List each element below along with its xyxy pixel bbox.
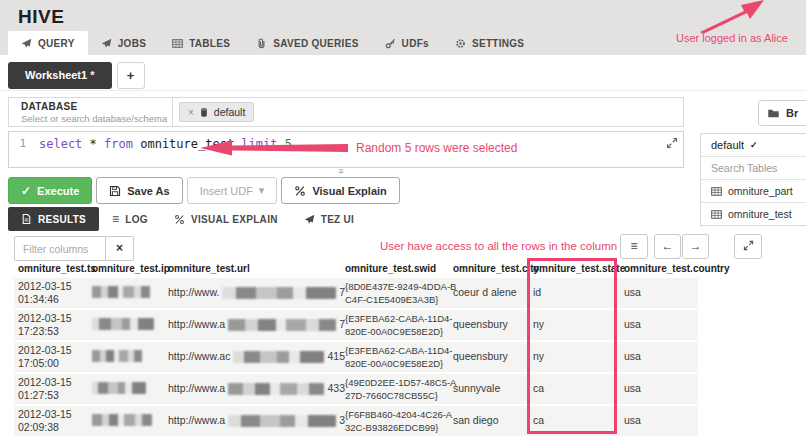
action-bar: ✓ Execute Save As Insert UDF ▾ Visual Ex… [8,177,400,204]
tab-label: TABLES [189,38,230,49]
sidebar-database-name: default [711,139,744,151]
percent-icon [294,185,306,197]
column-header-state[interactable]: omniture_test.state [533,263,625,274]
cell-state: ca [533,414,607,427]
cell-swid: {E3FEBA62-CABA-11D4-820E-00A0C9E58E2D} [345,312,457,338]
cell-country: usa [624,382,694,395]
table-row[interactable]: 2012-03-15 01:34:46 http://www.7 {8D0E43… [14,278,698,308]
tab-label: QUERY [38,38,75,49]
table-grid-icon [711,186,722,197]
cell-city: coeur d alene [453,286,527,299]
cell-ts: 2012-03-15 01:27:53 [18,376,82,402]
menu-icon: ≡ [630,239,637,253]
sidebar-item-omniture-test[interactable]: omniture_test [701,202,806,225]
table-row[interactable]: 2012-03-15 01:27:53 http://www.a433 {49E… [14,374,698,404]
clear-filter-button[interactable]: × [106,236,134,261]
results-table: 2012-03-15 01:34:46 http://www.7 {8D0E43… [14,278,698,438]
tab-query[interactable]: QUERY [8,31,88,55]
sidebar-table-name: omniture_test [728,208,792,220]
browse-button[interactable]: Br [758,100,806,126]
fullscreen-results-button[interactable] [734,234,762,259]
column-header-country[interactable]: omniture_test.country [624,263,730,274]
sidebar-database-header[interactable]: default ✓ [701,134,806,156]
table-row[interactable]: 2012-03-15 02:09:38 http://www.a3 {F6F8B… [14,406,698,436]
tab-saved-queries[interactable]: SAVED QUERIES [243,31,371,55]
tab-settings[interactable]: SETTINGS [442,31,537,55]
cell-state: ny [533,318,607,331]
url-suffix: 433 [327,382,345,395]
expand-icon[interactable] [666,137,678,149]
database-select[interactable]: × default [172,98,683,126]
query-text[interactable]: select * from omniture_test limit 5 [39,137,292,151]
sidebar-item-omniture-part[interactable]: omniture_part [701,179,806,202]
tab-udfs[interactable]: UDFs [372,31,442,55]
cell-swid: {E3FEBA62-CABA-11D4-820E-00A0C9E58E2D} [345,344,457,370]
execute-button[interactable]: ✓ Execute [8,177,92,204]
database-hint: Select or search database/schema [21,113,172,124]
database-label-block: DATABASE Select or search database/schem… [9,98,172,126]
sidebar-search-tables[interactable]: Search Tables [701,156,806,179]
database-icon [199,107,209,118]
cell-url: http://www.a433 [168,382,345,395]
results-menu-button[interactable]: ≡ [620,234,648,259]
percent-icon [174,214,185,225]
arrow-right-icon: → [690,239,702,253]
page-title: HIVE [18,6,64,28]
cell-url: http://www.a3 [168,414,345,427]
redacted-url-part [228,383,324,395]
cell-state: ny [533,350,607,363]
resize-grip-icon[interactable]: ≡ [332,168,350,176]
sql-keyword: limit [241,137,277,151]
insert-udf-label: Insert UDF [200,185,253,197]
worksheet-tab[interactable]: Worksheet1 * [8,62,112,89]
table-row[interactable]: 2012-03-15 17:05:00 http://www.ac415 {E3… [14,342,698,372]
remove-tag-icon[interactable]: × [188,107,194,118]
url-prefix: http://www.ac [168,350,230,363]
annotation-column-access: User have access to all the rows in the … [380,240,617,252]
cell-state: ca [533,382,607,395]
column-header-ts[interactable]: omniture_test.ts [18,263,96,274]
caret-down-icon: ▾ [259,184,265,197]
query-editor[interactable]: 1 select * from omniture_test limit 5 [8,131,684,168]
folder-icon [767,107,780,119]
cell-url: http://www.a7 [168,318,345,331]
insert-udf-button[interactable]: Insert UDF ▾ [187,177,278,204]
next-page-button[interactable]: → [682,234,709,259]
divider [0,90,806,91]
tab-visual-explain[interactable]: VISUAL EXPLAIN [161,207,291,231]
paper-plane-icon [21,38,32,49]
tab-label: RESULTS [38,214,86,225]
tab-label: TEZ UI [321,214,354,225]
column-header-city[interactable]: omniture_test.city [453,263,539,274]
tab-tables[interactable]: TABLES [159,31,243,55]
url-prefix: http://www. [168,286,219,299]
selected-database-tag[interactable]: × default [179,102,254,122]
column-header-ip[interactable]: omniture_test.ip [92,263,170,274]
tables-sidebar: default ✓ Search Tables omniture_part om… [700,133,806,226]
annotation-random-rows: Random 5 rows were selected [356,141,517,155]
visual-explain-label: Visual Explain [312,185,386,197]
cell-ts: 2012-03-15 02:09:38 [18,408,82,434]
url-prefix: http://www.a [168,414,225,427]
table-row[interactable]: 2012-03-15 17:23:53 http://www.a7 {E3FEB… [14,310,698,340]
tab-label: SAVED QUERIES [273,38,358,49]
redacted-ip [92,414,170,426]
tab-log[interactable]: ≡ LOG [99,207,161,231]
database-label: DATABASE [21,101,172,112]
visual-explain-button[interactable]: Visual Explain [281,177,399,204]
cell-ts: 2012-03-15 17:05:00 [18,344,82,370]
tab-results[interactable]: RESULTS [8,207,99,231]
list-icon: ≡ [112,213,119,225]
save-as-button[interactable]: Save As [96,177,182,204]
cell-url: http://www.ac415 [168,350,345,363]
column-header-url[interactable]: omniture_test.url [168,263,250,274]
add-worksheet-button[interactable]: + [117,62,145,89]
tab-tez-ui[interactable]: TEZ UI [291,207,367,231]
expand-icon [743,240,754,251]
previous-page-button[interactable]: ← [654,234,681,259]
column-header-swid[interactable]: omniture_test.swid [345,263,436,274]
result-tabbar: RESULTS ≡ LOG VISUAL EXPLAIN TEZ UI [8,207,367,231]
filter-columns-input[interactable] [14,236,106,261]
sql-star: * [90,137,97,151]
tab-jobs[interactable]: JOBS [88,31,159,55]
